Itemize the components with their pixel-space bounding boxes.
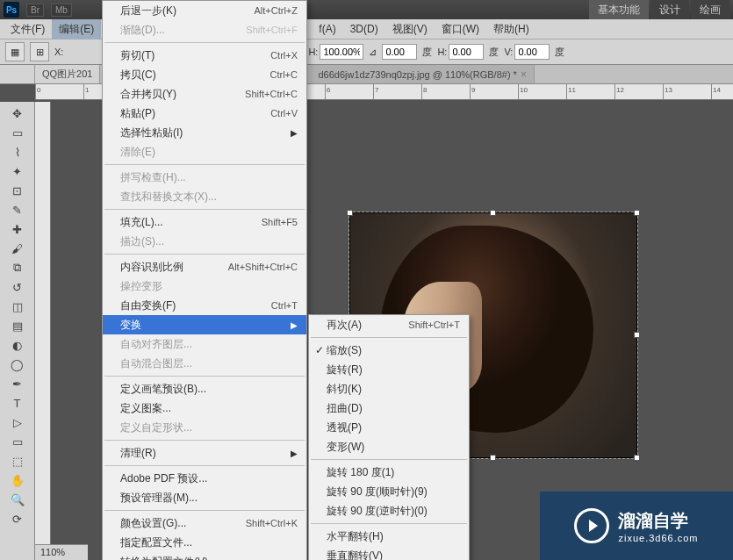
- menu-item[interactable]: ✓缩放(S): [309, 341, 469, 360]
- menu-item[interactable]: 拷贝(C)Ctrl+C: [103, 65, 306, 84]
- menu-item[interactable]: 指定配置文件...: [103, 533, 306, 552]
- play-icon: [574, 508, 609, 543]
- menu-item[interactable]: 水平翻转(H): [309, 527, 469, 546]
- workspace-tab-design[interactable]: 设计: [650, 0, 689, 19]
- h-label: H:: [308, 47, 318, 57]
- menu-item[interactable]: 颜色设置(G)...Shift+Ctrl+K: [103, 513, 306, 533]
- x-label: X:: [54, 47, 63, 57]
- menu-f[interactable]: f(A): [312, 20, 342, 38]
- watermark-name: 溜溜自学: [618, 509, 698, 533]
- menu-item[interactable]: Adobe PDF 预设...: [103, 469, 306, 488]
- eyedropper-tool-icon[interactable]: ✎: [7, 200, 28, 219]
- transform-handle[interactable]: [634, 455, 640, 461]
- skew-h-input[interactable]: [449, 44, 484, 60]
- workspace-tab-draw[interactable]: 绘画: [691, 0, 729, 19]
- menu-window[interactable]: 窗口(W): [435, 19, 486, 39]
- menu-help[interactable]: 帮助(H): [486, 19, 536, 39]
- reference-point-icon[interactable]: ⊞: [30, 42, 49, 61]
- menu-item: 自动混合图层...: [103, 354, 306, 373]
- menu-item[interactable]: 再次(A)Shift+Ctrl+T: [309, 315, 469, 334]
- menu-item[interactable]: 旋转 90 度(逆时针)(0): [309, 501, 469, 521]
- close-icon[interactable]: ×: [521, 68, 527, 81]
- menu-item[interactable]: 选择性粘贴(I)▶: [103, 123, 306, 142]
- menu-item: 描边(S)...: [103, 232, 306, 251]
- menu-item[interactable]: 定义画笔预设(B)...: [103, 379, 306, 398]
- menu-item[interactable]: 旋转 180 度(1): [309, 463, 469, 482]
- menu-item[interactable]: 旋转(R): [309, 360, 469, 379]
- watermark-url: zixue.3d66.com: [618, 533, 698, 543]
- menu-item[interactable]: 粘贴(P)Ctrl+V: [103, 104, 306, 123]
- history-brush-tool-icon[interactable]: ↺: [7, 277, 28, 297]
- menu-item[interactable]: 自由变换(F)Ctrl+T: [103, 296, 306, 315]
- shape-tool-icon[interactable]: ▭: [7, 432, 28, 451]
- menu-item[interactable]: 后退一步(K)Alt+Ctrl+Z: [103, 1, 306, 20]
- heal-tool-icon[interactable]: ✚: [7, 219, 28, 239]
- menu-item[interactable]: 扭曲(D): [309, 398, 469, 418]
- bridge-button[interactable]: Br: [26, 4, 44, 17]
- menu-item[interactable]: 转换为配置文件(V)...: [103, 552, 306, 560]
- doc-title: d66d6jw1dz739nq0zpj.jpg @ 110%(RGB/8#) *: [318, 69, 516, 80]
- menu-item[interactable]: 剪切(T)Ctrl+X: [103, 46, 306, 65]
- rotate-view-tool-icon[interactable]: ⟳: [7, 509, 28, 528]
- dodge-tool-icon[interactable]: ◯: [7, 355, 28, 374]
- deg-label-2: 度: [489, 46, 499, 59]
- doc-tab-active[interactable]: d66d6jw1dz739nq0zpj.jpg @ 110%(RGB/8#) *…: [311, 65, 534, 83]
- eraser-tool-icon[interactable]: ◫: [7, 297, 28, 316]
- minibridge-button[interactable]: Mb: [51, 4, 72, 17]
- doc-tab-inactive[interactable]: QQ图片201: [35, 65, 100, 83]
- transform-handle[interactable]: [490, 210, 496, 216]
- transform-handle[interactable]: [634, 210, 640, 216]
- type-tool-icon[interactable]: T: [7, 393, 28, 413]
- deg-label-3: 度: [555, 46, 564, 59]
- menu-item[interactable]: 斜切(K): [309, 379, 469, 398]
- workspace-tab-basic[interactable]: 基本功能: [589, 0, 649, 19]
- crop-tool-icon[interactable]: ⊡: [7, 181, 28, 200]
- watermark: 溜溜自学 zixue.3d66.com: [540, 492, 733, 560]
- skew-v-input[interactable]: [514, 44, 550, 60]
- angle-input[interactable]: [382, 44, 417, 60]
- menu-item[interactable]: 填充(L)...Shift+F5: [103, 212, 306, 232]
- menu-item[interactable]: 清理(R)▶: [103, 443, 306, 463]
- menu-item[interactable]: 变换▶: [103, 315, 306, 334]
- menu-item[interactable]: 垂直翻转(V): [309, 546, 469, 560]
- transform-icon[interactable]: ▦: [5, 42, 25, 61]
- zoom-status[interactable]: 110%: [35, 544, 88, 560]
- skew-v-label: V:: [504, 47, 513, 57]
- menu-view[interactable]: 视图(V): [385, 19, 435, 39]
- menu-item: 定义自定形状...: [103, 418, 306, 437]
- marquee-tool-icon[interactable]: ▭: [7, 123, 28, 142]
- pen-tool-icon[interactable]: ✒: [7, 374, 28, 393]
- edit-menu-dropdown: 后退一步(K)Alt+Ctrl+Z渐隐(D)...Shift+Ctrl+F剪切(…: [102, 0, 307, 560]
- hand-tool-icon[interactable]: ✋: [7, 470, 28, 490]
- menu-item: 操控变形: [103, 276, 306, 296]
- brush-tool-icon[interactable]: 🖌: [7, 239, 28, 258]
- menu-item[interactable]: 预设管理器(M)...: [103, 488, 306, 507]
- menu-item[interactable]: 定义图案...: [103, 398, 306, 418]
- wand-tool-icon[interactable]: ✦: [7, 162, 28, 181]
- menu-item: 清除(E): [103, 142, 306, 162]
- menu-item[interactable]: 变形(W): [309, 437, 469, 456]
- menu-item[interactable]: 透视(P): [309, 418, 469, 437]
- menu-item[interactable]: 旋转 90 度(顺时针)(9): [309, 482, 469, 501]
- transform-handle[interactable]: [347, 210, 353, 216]
- stamp-tool-icon[interactable]: ⧉: [7, 258, 28, 277]
- zoom-tool-icon[interactable]: 🔍: [7, 490, 28, 509]
- ps-logo-icon: Ps: [4, 2, 19, 18]
- path-tool-icon[interactable]: ▷: [7, 413, 28, 432]
- menu-item[interactable]: 合并拷贝(Y)Shift+Ctrl+C: [103, 84, 306, 104]
- menu-item: 查找和替换文本(X)...: [103, 187, 306, 206]
- transform-handle[interactable]: [634, 332, 640, 338]
- menu-item[interactable]: 内容识别比例Alt+Shift+Ctrl+C: [103, 257, 306, 276]
- menu-3d[interactable]: 3D(D): [343, 20, 385, 38]
- menu-file[interactable]: 文件(F): [4, 19, 52, 39]
- move-tool-icon[interactable]: ✥: [7, 104, 28, 123]
- blur-tool-icon[interactable]: ◐: [7, 335, 28, 355]
- tool-panel: ✥ ▭ ⌇ ✦ ⊡ ✎ ✚ 🖌 ⧉ ↺ ◫ ▤ ◐ ◯ ✒ T ▷ ▭ ⬚ ✋ …: [0, 102, 35, 560]
- lasso-tool-icon[interactable]: ⌇: [7, 142, 28, 162]
- deg-label: 度: [422, 46, 432, 59]
- transform-handle[interactable]: [490, 455, 496, 461]
- gradient-tool-icon[interactable]: ▤: [7, 316, 28, 335]
- scale-input[interactable]: [320, 44, 363, 60]
- menu-edit[interactable]: 编辑(E): [52, 19, 101, 39]
- 3d-tool-icon[interactable]: ⬚: [7, 451, 28, 470]
